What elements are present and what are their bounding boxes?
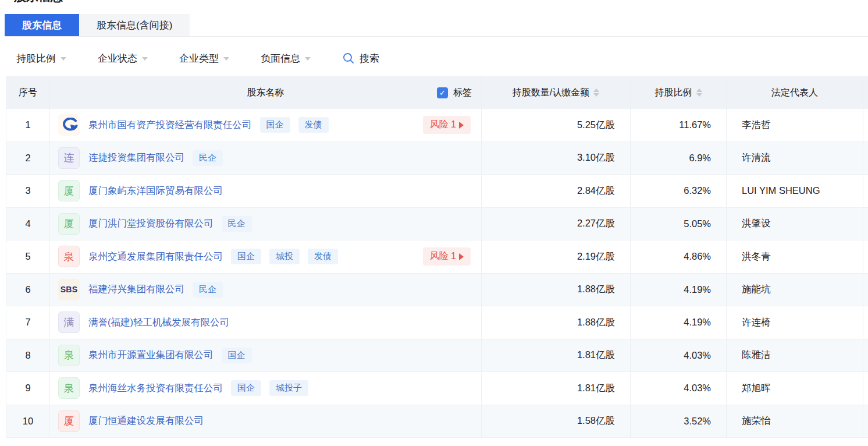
filter-dropdown[interactable]: 企业状态 — [98, 52, 148, 65]
company-name-link[interactable]: 厦门洪门堂投资股份有限公司 — [88, 217, 214, 230]
arrow-right-icon — [459, 253, 464, 260]
shareholder-name-cell: 泉州市国有资产投资经营有限责任公司国企发债风险 1 — [50, 109, 482, 141]
filter-dropdown[interactable]: 企业类型 — [179, 52, 229, 65]
company-name-link[interactable]: 厦门象屿东洋国际贸易有限公司 — [88, 185, 223, 197]
row-index: 4 — [6, 208, 50, 240]
header-edge — [863, 76, 868, 109]
ratio-cell: 4.03% — [631, 339, 727, 372]
table-row: 7满满誉(福建)轻工机械发展有限公司1.88亿股4.19%许连椅 — [6, 306, 868, 339]
company-tag[interactable]: 城投 — [269, 249, 300, 264]
company-name-link[interactable]: 连捷投资集团有限公司 — [88, 151, 184, 164]
legal-rep-cell: 洪肇设 — [727, 208, 863, 240]
company-tag[interactable]: 民企 — [193, 282, 223, 298]
shareholder-name-cell: 泉泉州海丝水务投资有限责任公司国企城投子 — [50, 372, 482, 405]
shareholder-name-cell: 泉泉州交通发展集团有限责任公司国企城投发债风险 1 — [50, 240, 482, 273]
company-tag[interactable]: 发债 — [298, 117, 329, 133]
chevron-down-icon — [61, 57, 66, 61]
row-edge — [863, 142, 868, 175]
amount-cell: 1.81亿股 — [482, 372, 631, 405]
ratio-cell: 6.9% — [631, 142, 727, 175]
risk-label: 风险 1 — [430, 119, 456, 131]
ratio-cell: 4.86% — [631, 240, 727, 273]
company-tag[interactable]: 民企 — [222, 216, 252, 232]
g-arrow-logo — [58, 114, 80, 136]
table-row: 1泉州市国有资产投资经营有限责任公司国企发债风险 15.25亿股11.67%李浩… — [6, 109, 868, 142]
shareholder-name-cell: 厦厦门恒通建设发展有限公司 — [50, 405, 482, 438]
filter-dropdown[interactable]: 持股比例 — [16, 52, 66, 65]
row-index: 7 — [6, 306, 50, 339]
sort-icon[interactable] — [593, 89, 599, 97]
legal-rep-cell: 陈雅洁 — [727, 339, 863, 372]
company-avatar: 泉 — [58, 246, 80, 267]
legal-rep-cell: 施能坑 — [727, 274, 863, 306]
company-tag[interactable]: 国企 — [222, 348, 252, 363]
row-index: 8 — [6, 339, 50, 372]
row-edge — [863, 175, 868, 207]
header-amount[interactable]: 持股数量/认缴金额 — [482, 76, 631, 109]
company-tag[interactable]: 国企 — [231, 380, 261, 396]
row-edge — [863, 240, 868, 273]
ratio-cell: 4.19% — [631, 306, 727, 339]
tag-checkbox-label: 标签 — [453, 87, 472, 99]
filter-dropdown[interactable]: 负面信息 — [261, 52, 311, 65]
row-edge — [863, 339, 868, 372]
ratio-cell: 4.03% — [631, 372, 727, 405]
tabs: 股东信息股东信息(含间接) — [5, 14, 868, 37]
company-name-link[interactable]: 福建浔兴集团有限公司 — [88, 283, 184, 296]
tag-toggle: ✓ 标签 — [437, 87, 472, 99]
company-tag[interactable]: 国企 — [231, 249, 261, 264]
amount-cell: 2.19亿股 — [482, 240, 631, 273]
company-tag[interactable]: 发债 — [308, 249, 338, 264]
company-tag[interactable]: 城投子 — [269, 380, 308, 396]
filter-label: 持股比例 — [16, 52, 56, 65]
company-avatar: SBS — [58, 279, 80, 300]
company-avatar: 泉 — [58, 377, 80, 399]
row-index: 10 — [6, 405, 50, 438]
table-row: 2连连捷投资集团有限公司民企3.10亿股6.9%许清流 — [6, 142, 868, 175]
header-shareholder-name: 股东名称 ✓ 标签 — [50, 76, 482, 109]
chevron-down-icon — [142, 57, 148, 61]
table-row: 5泉泉州交通发展集团有限责任公司国企城投发债风险 12.19亿股4.86%洪冬青 — [6, 240, 868, 274]
sort-icon[interactable] — [696, 89, 702, 97]
table-body: 1泉州市国有资产投资经营有限责任公司国企发债风险 15.25亿股11.67%李浩… — [6, 109, 868, 438]
company-name-link[interactable]: 满誉(福建)轻工机械发展有限公司 — [88, 316, 229, 329]
row-edge — [863, 372, 868, 405]
legal-rep-cell: 许连椅 — [727, 306, 863, 339]
table-header-row: 序号 股东名称 ✓ 标签 持股数量/认缴金额 持股比例 法定代表人 — [6, 76, 868, 109]
company-tag[interactable]: 民企 — [193, 150, 223, 166]
amount-cell: 1.58亿股 — [482, 405, 631, 438]
risk-badge[interactable]: 风险 1 — [423, 247, 471, 266]
ratio-cell: 5.05% — [631, 208, 727, 240]
company-name-link[interactable]: 泉州市开源置业集团有限公司 — [88, 349, 214, 362]
table-row: 9泉泉州海丝水务投资有限责任公司国企城投子1.81亿股4.03%郑旭晖 — [6, 372, 868, 405]
amount-cell: 2.84亿股 — [482, 175, 631, 207]
row-index: 5 — [6, 240, 50, 273]
table-row: 6SBS福建浔兴集团有限公司民企1.88亿股4.19%施能坑 — [6, 274, 868, 307]
company-name-link[interactable]: 泉州海丝水务投资有限责任公司 — [88, 382, 223, 395]
legal-rep-cell: 许清流 — [727, 142, 863, 175]
tab-shareholders[interactable]: 股东信息 — [5, 14, 79, 36]
row-index: 9 — [6, 372, 50, 405]
page-title: 股东信息 — [14, 0, 63, 5]
shareholder-name-cell: 满满誉(福建)轻工机械发展有限公司 — [50, 306, 482, 339]
legal-rep-cell: LUI YIM SHEUNG — [727, 175, 863, 207]
company-tag[interactable]: 国企 — [260, 117, 290, 133]
search-button[interactable]: 搜索 — [342, 52, 379, 65]
legal-rep-cell: 洪冬青 — [727, 240, 863, 273]
amount-cell: 2.27亿股 — [482, 208, 631, 240]
legal-rep-cell: 施荣怡 — [727, 405, 863, 438]
risk-badge[interactable]: 风险 1 — [423, 116, 471, 134]
company-name-link[interactable]: 泉州市国有资产投资经营有限责任公司 — [88, 119, 252, 132]
amount-cell: 1.81亿股 — [482, 339, 631, 372]
chevron-down-icon — [223, 57, 229, 61]
legal-rep-cell: 李浩哲 — [727, 109, 863, 141]
row-index: 1 — [6, 109, 50, 141]
shareholder-name-cell: 厦厦门象屿东洋国际贸易有限公司 — [50, 175, 482, 207]
company-name-link[interactable]: 厦门恒通建设发展有限公司 — [88, 415, 204, 427]
company-avatar: 厦 — [58, 213, 80, 235]
header-ratio[interactable]: 持股比例 — [631, 76, 727, 109]
tag-checkbox[interactable]: ✓ — [437, 87, 448, 98]
company-avatar: 厦 — [58, 410, 80, 432]
tab-shareholders-indirect[interactable]: 股东信息(含间接) — [79, 14, 190, 36]
company-name-link[interactable]: 泉州交通发展集团有限责任公司 — [88, 250, 223, 263]
